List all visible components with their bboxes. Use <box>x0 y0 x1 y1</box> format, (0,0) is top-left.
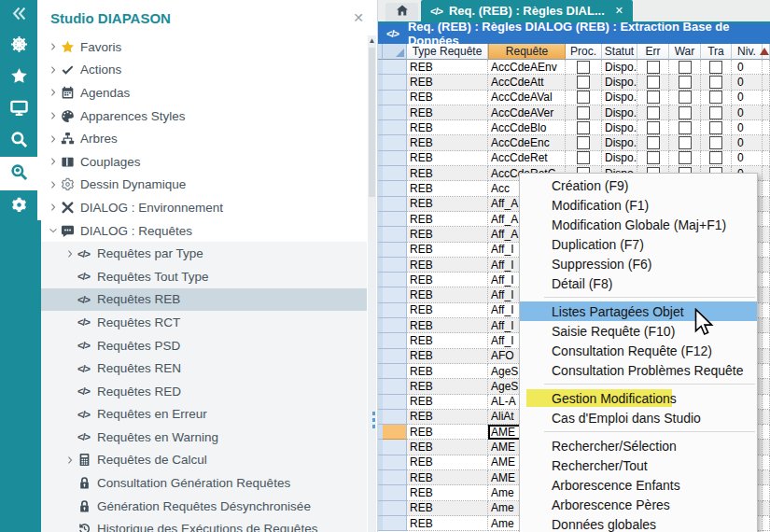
cell-type[interactable]: REB <box>407 303 488 318</box>
cell-requete[interactable]: AccCdeAVal <box>488 91 566 105</box>
cell-proc[interactable] <box>566 120 602 135</box>
cell-type[interactable]: REB <box>407 197 488 212</box>
cell-type[interactable]: REB <box>407 105 488 120</box>
cell-niv[interactable]: 0 <box>732 105 763 120</box>
menu-item-modification-f1-[interactable]: Modification (F1) <box>520 195 757 215</box>
menu-item-cr-ation-f9-[interactable]: Création (F9) <box>520 175 757 195</box>
checkbox[interactable] <box>647 136 660 149</box>
cell-proc[interactable] <box>566 60 602 75</box>
checkbox[interactable] <box>577 61 590 74</box>
row-selector[interactable] <box>383 364 407 379</box>
checkbox[interactable] <box>577 136 590 149</box>
checkbox[interactable] <box>709 76 722 89</box>
checkbox[interactable] <box>647 91 660 104</box>
row-selector[interactable] <box>383 75 407 90</box>
iconbar-favorites-button[interactable] <box>0 62 37 93</box>
cell-war[interactable] <box>669 91 701 105</box>
cell-type[interactable]: REB <box>407 470 488 485</box>
row-selector[interactable] <box>383 516 407 531</box>
chevron-right-icon[interactable] <box>46 203 61 212</box>
cell-war[interactable] <box>669 120 701 135</box>
row-selector[interactable] <box>383 258 407 273</box>
checkbox[interactable] <box>679 151 692 164</box>
sidebar-item-agendas[interactable]: Agendas <box>37 81 367 105</box>
checkbox[interactable] <box>709 136 722 149</box>
scroll-up-icon[interactable]: ▲ <box>368 35 376 47</box>
menu-item-arborescence-enfants[interactable]: Arborescence Enfants <box>520 475 757 495</box>
cell-type[interactable]: REB <box>407 60 488 75</box>
cell-niv[interactable]: 0 <box>732 91 763 105</box>
cell-statut[interactable]: Dispo. <box>602 60 637 75</box>
cell-err[interactable] <box>637 151 669 166</box>
column-header-6[interactable]: Tra <box>701 44 732 60</box>
cell-type[interactable]: REB <box>407 243 488 258</box>
iconbar-settings-button[interactable] <box>0 190 37 222</box>
tab-home[interactable] <box>385 3 418 21</box>
checkbox[interactable] <box>577 76 590 89</box>
sidebar-item-couplages[interactable]: Couplages <box>37 150 367 174</box>
sidebar-item-dessin-dynamique[interactable]: Dessin Dynamique <box>37 174 367 197</box>
iconbar-screens-button[interactable] <box>0 93 37 125</box>
sidebar-item-arbres[interactable]: Arbres <box>37 127 367 150</box>
sidebar-close-icon[interactable]: ✕ <box>353 10 364 25</box>
cell-statut[interactable]: Dispo. <box>602 75 637 90</box>
cell-proc[interactable] <box>566 105 602 120</box>
cell-war[interactable] <box>669 75 701 90</box>
column-header-1[interactable]: Requête <box>488 44 566 60</box>
cell-type[interactable]: REB <box>407 151 488 166</box>
sidebar-item-apparences-styles[interactable]: Apparences Styles <box>37 105 367 128</box>
cell-tra[interactable] <box>701 75 732 90</box>
cell-type[interactable]: REB <box>407 258 488 273</box>
column-header-2[interactable]: Proc. <box>566 44 602 60</box>
sidebar-item-requ-tes-de-calcul[interactable]: Requêtes de Calcul <box>37 449 367 472</box>
cell-niv[interactable]: 0 <box>732 60 763 75</box>
checkbox[interactable] <box>679 91 692 104</box>
iconbar-explorer-button[interactable] <box>0 157 37 190</box>
cell-type[interactable]: REB <box>407 410 488 425</box>
sidebar-item-consultation-g-n-ration-requ-tes[interactable]: Consultation Génération Requêtes <box>37 471 367 495</box>
menu-item-cas-d-emploi-dans-studio[interactable]: Cas d'Emploi dans Studio <box>520 408 757 427</box>
row-selector[interactable] <box>383 318 407 333</box>
cell-type[interactable]: REB <box>407 135 488 150</box>
checkbox[interactable] <box>709 106 722 119</box>
cell-war[interactable] <box>669 151 701 166</box>
menu-item-arborescence-p-res[interactable]: Arborescence Pères <box>520 495 757 514</box>
cell-tra[interactable] <box>701 151 732 166</box>
chevron-right-icon[interactable] <box>46 88 61 97</box>
checkbox[interactable] <box>577 121 590 134</box>
checkbox[interactable] <box>647 121 660 134</box>
cell-tra[interactable] <box>701 91 732 105</box>
checkbox[interactable] <box>647 151 660 164</box>
cell-type[interactable]: REB <box>407 440 488 455</box>
checkbox[interactable] <box>679 121 692 134</box>
chevron-right-icon[interactable] <box>63 455 77 465</box>
row-selector[interactable] <box>383 227 407 242</box>
row-selector[interactable] <box>383 425 407 440</box>
cell-requete[interactable]: AccCdeAVer <box>488 105 566 120</box>
checkbox[interactable] <box>709 61 722 74</box>
cell-type[interactable]: REB <box>407 166 488 181</box>
column-header-7[interactable]: Niv. <box>732 44 763 60</box>
cell-statut[interactable]: Dispo. <box>602 120 637 135</box>
scrollbar-thumb[interactable] <box>369 48 375 197</box>
sidebar-item-requ-tes-ren[interactable]: </>Requêtes REN <box>37 357 367 380</box>
cell-type[interactable]: REB <box>407 455 488 470</box>
cell-type[interactable]: REB <box>407 349 488 364</box>
splitter-grip[interactable] <box>372 412 375 431</box>
iconbar-search-button[interactable] <box>0 125 37 157</box>
row-selector[interactable] <box>383 440 407 455</box>
cell-type[interactable]: REB <box>407 501 488 516</box>
cell-tra[interactable] <box>701 105 732 120</box>
cell-tra[interactable] <box>701 135 732 150</box>
tab-active[interactable]: </> Req. (REB) : Règles DIAL... ✕ <box>421 0 633 21</box>
checkbox[interactable] <box>647 76 660 89</box>
checkbox[interactable] <box>647 61 660 74</box>
row-selector[interactable] <box>383 151 407 166</box>
column-header-0[interactable]: Type Requête <box>407 44 488 60</box>
row-selector[interactable] <box>383 105 407 120</box>
checkbox[interactable] <box>577 106 590 119</box>
column-header-4[interactable]: Err <box>637 44 669 60</box>
cell-type[interactable]: REB <box>407 75 488 90</box>
cell-type[interactable]: REB <box>407 318 488 333</box>
cell-requete[interactable]: AccCdeAtt <box>488 75 566 90</box>
